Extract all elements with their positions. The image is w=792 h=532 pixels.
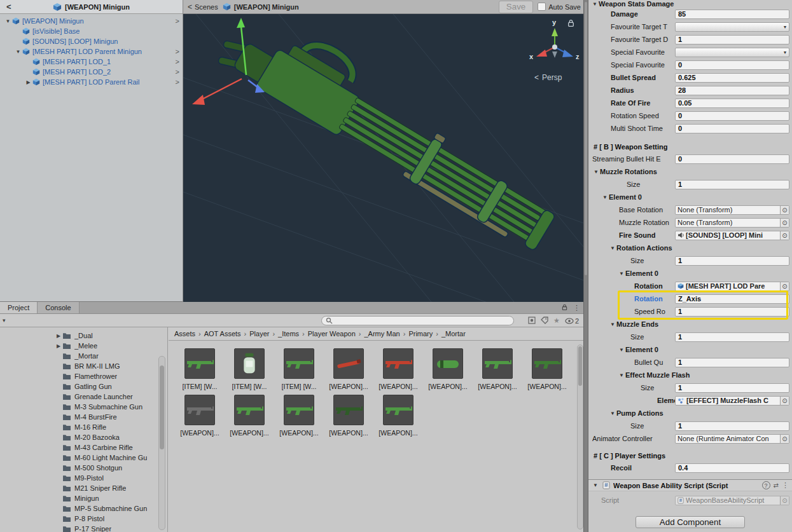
special-favourite-dropdown[interactable]: ▾ bbox=[675, 48, 789, 57]
asset-item[interactable]: [WEAPON]... bbox=[473, 348, 522, 390]
object-picker-icon[interactable]: ⊙ bbox=[780, 231, 789, 240]
foldout-pump-actions[interactable]: ▼ Pump Actions bbox=[588, 407, 792, 419]
recoil-input[interactable]: 0.4 bbox=[675, 463, 789, 473]
foldout-weapon-stats[interactable]: ▼ Weapon Stats Damage bbox=[588, 0, 792, 8]
project-search[interactable] bbox=[321, 316, 514, 325]
streaming-bullet-input[interactable]: 0 bbox=[675, 154, 789, 164]
size-input[interactable]: 1 bbox=[675, 332, 789, 342]
prefab-back-icon[interactable]: < bbox=[6, 2, 11, 11]
foldout-rotation-actions[interactable]: ▼ Rotation Actions bbox=[588, 242, 792, 254]
prefab-stage-tab[interactable]: [WEAPON] Minigun bbox=[223, 3, 299, 11]
asset-item[interactable]: [WEAPON]... bbox=[324, 348, 373, 390]
base-rotation-object-field[interactable]: None (Transform)⊙ bbox=[675, 205, 789, 215]
presets-icon[interactable]: ⇄ bbox=[774, 482, 779, 489]
hierarchy-item-weapon-minigun[interactable]: ▼ [WEAPON] Minigun > bbox=[0, 16, 183, 26]
foldout-open-icon[interactable]: ▼ bbox=[4, 18, 12, 24]
folder-item[interactable]: M21 Sniper Rifle bbox=[0, 483, 159, 493]
fire-sound-object-field[interactable]: [SOUNDS] [LOOP] Mini⊙ bbox=[675, 231, 789, 240]
folder-item[interactable]: M-20 Bazooka bbox=[0, 432, 159, 442]
breadcrumb-item[interactable]: Player Weapon bbox=[308, 330, 356, 338]
breadcrumb-item[interactable]: AOT Assets bbox=[204, 330, 241, 338]
size-input[interactable]: 1 bbox=[675, 421, 789, 431]
breadcrumb-item[interactable]: _Mortar bbox=[441, 330, 466, 338]
folder-item[interactable]: M-16 Rifle bbox=[0, 422, 159, 432]
asset-item[interactable]: [WEAPON]... bbox=[423, 348, 473, 390]
foldout-closed-icon[interactable]: ▶ bbox=[55, 343, 62, 349]
rate-of-fire-input[interactable]: 0.05 bbox=[675, 99, 789, 108]
effect-object-field[interactable]: [EFFECT] MuzzleFlash C⊙ bbox=[675, 396, 789, 406]
foldout-muzzle-ends[interactable]: ▼ Muzzle Ends bbox=[588, 318, 792, 331]
tab-console[interactable]: Console bbox=[38, 302, 79, 313]
folder-item[interactable]: M-60 Light Machine Gu bbox=[0, 453, 159, 463]
asset-scrollbar[interactable] bbox=[577, 344, 583, 529]
foldout-muzzle-rotations[interactable]: ▼ Muzzle Rotations bbox=[588, 165, 792, 178]
prefab-open-chevron-icon[interactable]: > bbox=[176, 48, 179, 55]
hierarchy-item-isvisible-base[interactable]: [isVisible] Base bbox=[0, 26, 183, 36]
hierarchy-item-lod-2[interactable]: [MESH PART] LOD_2 > bbox=[0, 67, 183, 77]
component-header-weapon-base-ability[interactable]: ▼ Weapon Base Ability Script (Script ? ⇄… bbox=[588, 479, 792, 491]
asset-item[interactable]: [ITEM] [W... bbox=[175, 348, 225, 390]
object-picker-icon[interactable]: ⊙ bbox=[780, 435, 789, 443]
prefab-open-chevron-icon[interactable]: > bbox=[176, 78, 179, 86]
object-picker-icon[interactable]: ⊙ bbox=[780, 282, 789, 290]
rotation-speed-input[interactable]: 0 bbox=[675, 111, 789, 121]
create-menu-icon[interactable]: ▾ bbox=[3, 317, 6, 324]
asset-item[interactable]: [WEAPON]... bbox=[175, 395, 225, 437]
prefab-open-chevron-icon[interactable]: > bbox=[176, 17, 179, 25]
folder-item[interactable]: M-4 BurstFire bbox=[0, 412, 159, 422]
bullet-spread-input[interactable]: 0.625 bbox=[675, 73, 789, 83]
asset-item[interactable]: [ITEM] [W... bbox=[274, 348, 324, 390]
folder-item[interactable]: M9-Pistol bbox=[0, 473, 159, 483]
animator-controller-object-field[interactable]: None (Runtime Animator Con⊙ bbox=[675, 434, 789, 444]
scene-back-breadcrumb[interactable]: < Scenes bbox=[188, 3, 218, 11]
prefab-open-chevron-icon[interactable]: > bbox=[176, 58, 179, 65]
breadcrumb-item[interactable]: _Army Man bbox=[364, 330, 399, 338]
asset-item[interactable]: [WEAPON]... bbox=[225, 395, 274, 437]
favourite-target-dropdown[interactable]: ▾ bbox=[675, 22, 789, 32]
inspector-scrollbar[interactable] bbox=[583, 0, 588, 532]
folder-item[interactable]: ▶_Melee bbox=[0, 341, 159, 351]
breadcrumb-item[interactable]: Assets bbox=[174, 330, 195, 338]
object-picker-icon[interactable]: ⊙ bbox=[780, 219, 789, 227]
multi-shoot-time-input[interactable]: 0 bbox=[675, 124, 789, 133]
panel-lock-icon[interactable] bbox=[562, 304, 567, 312]
folder-item[interactable]: Minigun bbox=[0, 493, 159, 503]
panel-menu-icon[interactable]: ⋮ bbox=[573, 304, 580, 312]
component-menu-icon[interactable]: ⋮ bbox=[782, 481, 789, 489]
folder-item[interactable]: M-3 Submachine Gun bbox=[0, 402, 159, 412]
folder-scrollbar[interactable] bbox=[158, 356, 165, 530]
folder-item[interactable]: ▶_Dual bbox=[0, 331, 159, 341]
foldout-effect-muzzle-flash[interactable]: ▼ Effect Muzzle Flash bbox=[588, 369, 792, 381]
search-by-type-icon[interactable] bbox=[528, 317, 536, 325]
save-button[interactable]: Save bbox=[499, 1, 533, 13]
perspective-indicator[interactable]: < Persp bbox=[534, 73, 562, 82]
help-icon[interactable]: ? bbox=[762, 481, 770, 489]
tab-project[interactable]: Project bbox=[0, 302, 38, 313]
foldout-closed-icon[interactable]: ▶ bbox=[55, 333, 62, 339]
special-favourite-d-input[interactable]: 0 bbox=[675, 60, 789, 70]
add-component-button[interactable]: Add Component bbox=[636, 516, 745, 528]
folder-item[interactable]: MP-5 Submachine Gun bbox=[0, 503, 159, 514]
breadcrumb-item[interactable]: _Items bbox=[278, 330, 299, 338]
search-input[interactable] bbox=[336, 317, 510, 325]
foldout-element0[interactable]: ▼ Element 0 bbox=[588, 191, 792, 203]
rotation-axis-field[interactable]: Z_Axis bbox=[675, 294, 789, 304]
radius-input[interactable]: 28 bbox=[675, 86, 789, 95]
hierarchy-item-lod-parent[interactable]: ▼ [MESH PART] LOD Parent Minigun > bbox=[0, 46, 183, 57]
folder-item[interactable]: Gatling Gun bbox=[0, 381, 159, 392]
folder-item[interactable]: Flamethrower bbox=[0, 371, 159, 381]
hierarchy-item-sounds-loop[interactable]: [SOUNDS] [LOOP] Minigun bbox=[0, 36, 183, 46]
breadcrumb-item[interactable]: Primary bbox=[408, 330, 433, 338]
folder-item[interactable]: P-8 Pistol bbox=[0, 514, 159, 524]
hidden-count-indicator[interactable]: 2 bbox=[565, 317, 579, 325]
size-input[interactable]: 1 bbox=[675, 256, 789, 266]
muzzle-rotation-object-field[interactable]: None (Transform)⊙ bbox=[675, 218, 789, 228]
damage-input[interactable]: 85 bbox=[675, 10, 789, 19]
hierarchy-item-lod-1[interactable]: [MESH PART] LOD_1 > bbox=[0, 57, 183, 67]
folder-item[interactable]: Grenade Launcher bbox=[0, 392, 159, 402]
asset-item[interactable]: [WEAPON]... bbox=[324, 395, 373, 437]
scene-viewport[interactable]: y x z < Persp bbox=[183, 14, 585, 302]
foldout-closed-icon[interactable]: ▶ bbox=[24, 79, 32, 85]
foldout-open-icon[interactable]: ▼ bbox=[14, 49, 22, 55]
bullet-qu-input[interactable]: 1 bbox=[675, 358, 789, 367]
